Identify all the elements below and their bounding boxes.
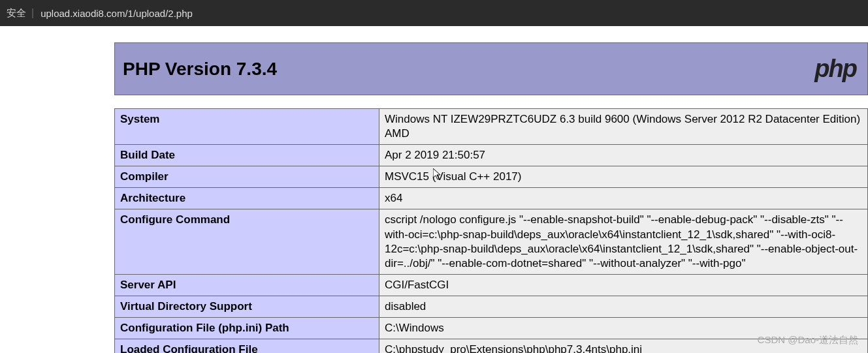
table-row: Server API CGI/FastCGI bbox=[115, 274, 868, 296]
table-row: Virtual Directory Support disabled bbox=[115, 296, 868, 317]
row-value: MSVC15 (Visual C++ 2017) bbox=[379, 166, 868, 188]
php-logo-icon: php bbox=[814, 55, 860, 83]
row-label: Compiler bbox=[115, 166, 379, 188]
row-value: Windows NT IZEW29PRZTC6UDZ 6.3 build 960… bbox=[379, 109, 868, 145]
table-row: Build Date Apr 2 2019 21:50:57 bbox=[115, 145, 868, 166]
url-separator: | bbox=[31, 7, 34, 19]
row-label: Virtual Directory Support bbox=[115, 296, 379, 317]
row-label: Configuration File (php.ini) Path bbox=[115, 318, 379, 339]
row-label: Loaded Configuration File bbox=[115, 339, 379, 353]
phpinfo-table: System Windows NT IZEW29PRZTC6UDZ 6.3 bu… bbox=[114, 108, 868, 353]
table-row: Architecture x64 bbox=[115, 188, 868, 209]
table-row: System Windows NT IZEW29PRZTC6UDZ 6.3 bu… bbox=[115, 109, 868, 145]
page-content: PHP Version 7.3.4 php System Windows NT … bbox=[0, 26, 868, 353]
table-row: Configuration File (php.ini) Path C:\Win… bbox=[115, 318, 868, 339]
php-version-title: PHP Version 7.3.4 bbox=[123, 59, 277, 80]
row-label: System bbox=[115, 109, 379, 145]
row-label: Build Date bbox=[115, 145, 379, 166]
row-value: x64 bbox=[379, 188, 868, 209]
table-row: Configure Command cscript /nologo config… bbox=[115, 209, 868, 274]
row-label: Architecture bbox=[115, 188, 379, 209]
phpinfo-header: PHP Version 7.3.4 php bbox=[114, 42, 868, 95]
table-row: Compiler MSVC15 (Visual C++ 2017) bbox=[115, 166, 868, 188]
watermark-text: CSDN @Dao-道法自然 bbox=[758, 334, 858, 346]
row-value: Apr 2 2019 21:50:57 bbox=[379, 145, 868, 166]
row-value: disabled bbox=[379, 296, 868, 317]
browser-address-bar: 安全 | upload.xiaodi8.com/1/upload/2.php bbox=[0, 0, 868, 26]
row-value: cscript /nologo configure.js "--enable-s… bbox=[379, 209, 868, 274]
row-label: Configure Command bbox=[115, 209, 379, 274]
url-text[interactable]: upload.xiaodi8.com/1/upload/2.php bbox=[40, 8, 193, 19]
security-label: 安全 bbox=[7, 7, 26, 20]
row-value: CGI/FastCGI bbox=[379, 274, 868, 296]
table-row: Loaded Configuration File C:\phpstudy_pr… bbox=[115, 339, 868, 353]
row-label: Server API bbox=[115, 274, 379, 296]
